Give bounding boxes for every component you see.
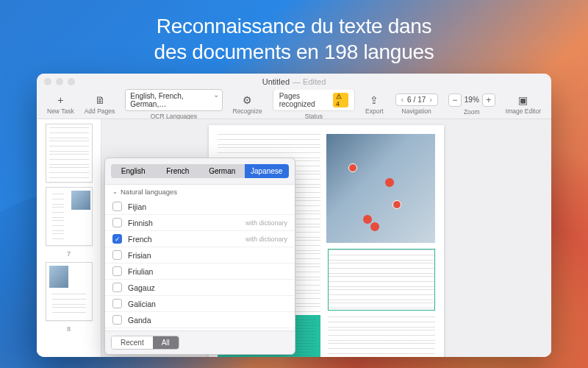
export-button[interactable]: ⇪ Export — [361, 94, 388, 115]
status-pill[interactable]: Pages recognized ⚠ 4 — [273, 89, 355, 111]
checkbox[interactable] — [112, 283, 122, 292]
status-group: Pages recognized ⚠ 4 Status — [268, 89, 359, 120]
language-row[interactable]: Friulian — [105, 263, 295, 280]
titlebar: Untitled — Edited — [37, 74, 551, 90]
status-text: Pages recognized — [279, 92, 329, 108]
plus-icon: + — [54, 94, 66, 106]
language-tab[interactable]: French — [156, 164, 201, 178]
language-name: Gagauz — [128, 283, 155, 292]
add-pages-button[interactable]: 🗎 Add Pages — [80, 94, 120, 115]
content-area: 7 8 6 DATASHEET EnglishFrenchGermanJapan… — [37, 119, 551, 357]
language-row[interactable]: ✓Frenchwith dictionary — [105, 231, 295, 247]
marketing-headline: Reconnaissance du texte dans des documen… — [0, 0, 588, 74]
thumbnail-number: 7 — [67, 250, 71, 258]
language-picker-panel: EnglishFrenchGermanJapanese ⌄ Natural la… — [104, 158, 295, 355]
language-row[interactable]: Ganda — [105, 312, 295, 328]
thumbnail-sidebar[interactable]: 7 8 — [37, 119, 101, 357]
language-name: Ganda — [128, 316, 151, 325]
export-icon: ⇪ — [368, 94, 380, 106]
prev-page-button[interactable]: ‹ — [400, 96, 405, 104]
language-name: Frisian — [128, 251, 151, 260]
navigation-group: ‹ 6 / 17 › Navigation — [391, 93, 442, 115]
language-tab[interactable]: German — [200, 164, 245, 178]
language-tab[interactable]: English — [111, 164, 156, 178]
zoom-in-button[interactable]: + — [482, 93, 495, 107]
zoom-value: 19% — [465, 96, 479, 104]
text-block — [328, 316, 435, 355]
warning-badge: ⚠ 4 — [333, 93, 348, 107]
recent-segment-button[interactable]: Recent — [112, 336, 153, 349]
checkbox[interactable] — [112, 266, 122, 276]
ocr-languages-group: English, French, German,… OCR Languages — [121, 89, 226, 120]
toolbar: + New Task 🗎 Add Pages English, French, … — [37, 90, 551, 119]
thumbnail-page[interactable] — [46, 124, 93, 183]
close-icon[interactable] — [44, 78, 51, 85]
language-row[interactable]: Fijian — [105, 199, 295, 215]
zoom-icon[interactable] — [68, 78, 75, 85]
language-panel-footer: Recent All — [105, 331, 295, 354]
page-hero-image — [326, 134, 435, 243]
next-page-button[interactable]: › — [428, 96, 433, 104]
dictionary-badge: with dictionary — [245, 219, 287, 227]
image-editor-button[interactable]: ▣ Image Editor — [501, 94, 545, 115]
ocr-language-dropdown[interactable]: English, French, German,… — [125, 89, 222, 111]
minimize-icon[interactable] — [56, 78, 63, 85]
document-plus-icon: 🗎 — [94, 94, 106, 106]
language-row[interactable]: Galician — [105, 296, 295, 312]
language-name: Fijian — [128, 202, 146, 211]
checkbox[interactable] — [112, 202, 122, 211]
language-list[interactable]: ⌄ Natural languages FijianFinnishwith di… — [105, 184, 295, 331]
checkbox[interactable] — [112, 218, 122, 227]
thumbnail-number: 8 — [67, 325, 71, 333]
chevron-down-icon: ⌄ — [112, 188, 118, 195]
language-row[interactable]: Frisian — [105, 247, 295, 263]
checkbox[interactable] — [112, 315, 122, 325]
page-current[interactable]: 6 — [407, 96, 412, 104]
gear-icon: ⚙ — [242, 94, 254, 106]
window-title: Untitled — [262, 77, 290, 86]
language-row[interactable]: Gagauz — [105, 280, 295, 296]
language-name: Finnish — [128, 219, 153, 227]
dictionary-badge: with dictionary — [245, 236, 287, 243]
thumbnail-page[interactable] — [46, 262, 93, 321]
zoom-out-button[interactable]: − — [448, 93, 462, 107]
checkbox[interactable] — [112, 299, 122, 308]
new-task-button[interactable]: + New Task — [43, 94, 79, 115]
all-segment-button[interactable]: All — [153, 336, 179, 349]
language-row[interactable]: Finnishwith dictionary — [105, 215, 295, 231]
language-tabs: EnglishFrenchGermanJapanese — [105, 158, 295, 184]
checkbox[interactable] — [112, 250, 122, 260]
language-name: Friulian — [128, 267, 153, 276]
image-icon: ▣ — [517, 94, 529, 106]
app-window: Untitled — Edited + New Task 🗎 Add Pages… — [37, 74, 551, 357]
checkbox[interactable]: ✓ — [112, 234, 122, 244]
text-block — [328, 249, 435, 311]
language-tab[interactable]: Japanese — [245, 164, 290, 178]
recognize-button[interactable]: ⚙ Recognize — [229, 94, 267, 115]
window-subtitle: — Edited — [293, 77, 326, 86]
zoom-group: − 19% + Zoom — [444, 93, 500, 116]
thumbnail-page[interactable] — [46, 187, 93, 246]
page-total: 17 — [417, 96, 426, 104]
language-name: French — [128, 235, 152, 244]
language-name: Galician — [128, 300, 156, 308]
language-group-header[interactable]: ⌄ Natural languages — [105, 185, 295, 199]
window-controls[interactable] — [44, 78, 75, 85]
